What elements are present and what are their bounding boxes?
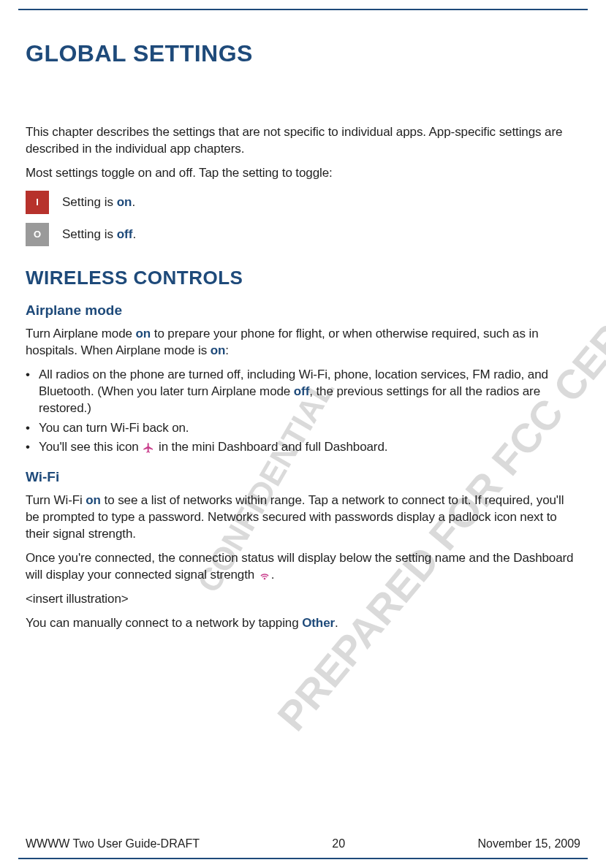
airplane-list-item-2: You can turn Wi-Fi back on.	[26, 420, 580, 437]
intro-paragraph-2: Most settings toggle on and off. Tap the…	[26, 165, 580, 182]
footer-left: WWWW Two User Guide-DRAFT	[26, 837, 200, 850]
wifi-p2-a: Once you're connected, the connection st…	[26, 551, 573, 582]
intro-paragraph-1: This chapter describes the settings that…	[26, 124, 580, 158]
wifi-paragraph-3: <insert illustration>	[26, 591, 580, 608]
wifi-p4-a: You can manually connect to a network by…	[26, 616, 302, 630]
airplane-p1-d: on	[211, 343, 226, 357]
toggle-on-label: Setting is on.	[62, 195, 135, 210]
airplane-icon	[142, 442, 155, 454]
airplane-paragraph: Turn Airplane mode on to prepare your ph…	[26, 326, 580, 359]
page-title: GLOBAL SETTINGS	[26, 40, 580, 67]
heading-wifi: Wi-Fi	[26, 469, 580, 485]
footer-date: November 15, 2009	[477, 837, 580, 850]
airplane-p1-a: Turn Airplane mode	[26, 327, 136, 340]
footer-page-number: 20	[332, 837, 345, 850]
page-border-top	[18, 9, 588, 10]
airplane-list: All radios on the phone are turned off, …	[26, 367, 580, 457]
wifi-p1-c: to see a list of networks within range. …	[26, 493, 564, 541]
toggle-on-word: on	[117, 195, 132, 209]
airplane-p1-e: :	[225, 343, 229, 357]
wifi-paragraph-4: You can manually connect to a network by…	[26, 615, 580, 632]
toggle-on-icon: I	[26, 191, 49, 214]
wifi-p4-b: Other	[302, 616, 335, 630]
toggle-off-word: off	[117, 227, 133, 241]
airplane-list-item-3: You'll see this icon in the mini Dashboa…	[26, 439, 580, 456]
airplane-list-item-1: All radios on the phone are turned off, …	[26, 367, 580, 417]
page-content: GLOBAL SETTINGS This chapter describes t…	[26, 40, 580, 824]
wifi-paragraph-2: Once you're connected, the connection st…	[26, 550, 580, 584]
toggle-on-suffix: .	[132, 195, 135, 209]
wifi-p1-a: Turn Wi-Fi	[26, 493, 86, 507]
toggle-on-prefix: Setting is	[62, 195, 117, 209]
wifi-p1-b: on	[86, 493, 101, 507]
airplane-li1-b: off	[294, 384, 309, 398]
toggle-off-icon: O	[26, 223, 49, 246]
heading-wireless-controls: WIRELESS CONTROLS	[26, 267, 580, 289]
airplane-p1-b: on	[136, 327, 151, 340]
airplane-li3-b: in the mini Dashboard and full Dashboard…	[155, 440, 387, 454]
toggle-off-suffix: .	[132, 227, 136, 241]
wifi-p4-c: .	[335, 616, 338, 630]
heading-airplane-mode: Airplane mode	[26, 302, 580, 319]
wifi-icon	[258, 570, 271, 582]
toggle-on-row: I Setting is on.	[26, 191, 580, 214]
toggle-off-label: Setting is off.	[62, 227, 136, 242]
airplane-li3-a: You'll see this icon	[39, 440, 142, 454]
page-footer: WWWW Two User Guide-DRAFT 20 November 15…	[26, 837, 580, 850]
wifi-p2-b: .	[271, 568, 275, 582]
toggle-off-row: O Setting is off.	[26, 223, 580, 246]
wifi-paragraph-1: Turn Wi-Fi on to see a list of networks …	[26, 492, 580, 543]
page-border-bottom	[18, 858, 588, 859]
toggle-off-prefix: Setting is	[62, 227, 117, 241]
